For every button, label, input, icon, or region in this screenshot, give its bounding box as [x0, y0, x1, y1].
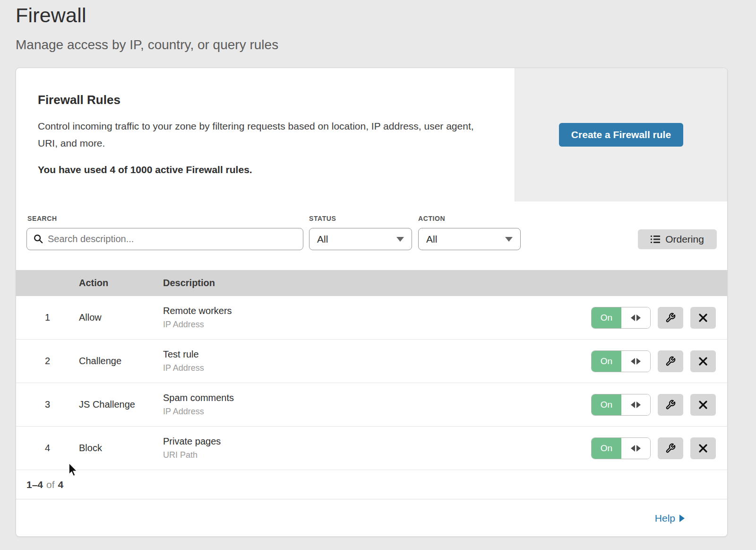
edit-rule-button[interactable]	[658, 307, 683, 329]
ordering-button-label: Ordering	[665, 234, 704, 245]
toggle-on-label: On	[592, 307, 621, 328]
create-rule-panel: Create a Firewall rule	[515, 68, 727, 201]
card-intro-section: Firewall Rules Control incoming traffic …	[16, 68, 727, 201]
delete-rule-button[interactable]	[690, 350, 716, 372]
pagination-total: 4	[58, 479, 64, 490]
wrench-icon	[665, 443, 676, 454]
arrow-right-icon	[636, 314, 641, 321]
ordered-list-icon	[651, 235, 660, 244]
pagination-range: 1–4	[26, 479, 43, 490]
toggle-on-label: On	[592, 394, 621, 415]
status-selected-value: All	[317, 234, 328, 245]
page-header: Firewall Manage access by IP, country, o…	[16, 4, 278, 52]
rule-description-cell: Spam comments IP Address	[163, 393, 591, 417]
toggle-handle[interactable]	[621, 394, 650, 415]
rule-priority: 3	[16, 399, 79, 410]
close-icon	[698, 444, 708, 453]
edit-rule-button[interactable]	[658, 394, 683, 416]
page-subtitle: Manage access by IP, country, or query r…	[16, 37, 278, 52]
rule-controls: On	[591, 394, 727, 416]
wrench-icon	[665, 400, 676, 410]
edit-rule-button[interactable]	[658, 350, 683, 372]
rule-enabled-toggle[interactable]: On	[591, 307, 651, 329]
arrow-left-icon	[631, 445, 635, 452]
search-field-wrap	[26, 228, 303, 250]
delete-rule-button[interactable]	[690, 394, 716, 416]
column-header-description: Description	[163, 278, 727, 288]
help-link[interactable]: Help	[655, 513, 685, 524]
arrow-right-icon	[636, 358, 641, 365]
card-description: Control incoming traffic to your zone by…	[38, 118, 484, 152]
action-selected-value: All	[426, 234, 437, 245]
rule-match-type: IP Address	[163, 363, 591, 373]
firewall-rules-card: Firewall Rules Control incoming traffic …	[16, 68, 728, 537]
intro-text-block: Firewall Rules Control incoming traffic …	[16, 68, 515, 201]
wrench-icon	[665, 313, 676, 323]
status-label: STATUS	[309, 215, 336, 222]
delete-rule-button[interactable]	[690, 437, 716, 459]
help-link-label: Help	[655, 513, 675, 524]
rule-controls: On	[591, 350, 727, 372]
filters-bar: SEARCH STATUS All ACTION All Ordering	[16, 201, 727, 270]
status-select[interactable]: All	[309, 228, 412, 250]
rule-action: JS Challenge	[79, 399, 163, 410]
rule-action: Block	[79, 443, 163, 454]
column-header-action: Action	[79, 278, 163, 288]
arrow-right-icon	[636, 402, 641, 408]
create-firewall-rule-button[interactable]: Create a Firewall rule	[559, 123, 683, 147]
table-row: 2 Challenge Test rule IP Address On	[16, 340, 727, 383]
toggle-handle[interactable]	[621, 438, 650, 459]
toggle-handle[interactable]	[621, 307, 650, 328]
chevron-down-icon	[505, 237, 513, 242]
rule-controls: On	[591, 307, 727, 329]
rule-description: Test rule	[163, 349, 591, 360]
pagination-of: of	[46, 479, 55, 490]
table-row: 4 Block Private pages URI Path On	[16, 427, 727, 470]
table-header: Action Description	[16, 270, 727, 296]
search-input[interactable]	[26, 228, 303, 250]
rule-controls: On	[591, 437, 727, 459]
rule-description: Remote workers	[163, 306, 591, 316]
action-label: ACTION	[418, 215, 445, 222]
rule-match-type: IP Address	[163, 320, 591, 330]
delete-rule-button[interactable]	[690, 307, 716, 329]
action-select[interactable]: All	[418, 228, 521, 250]
arrow-right-icon	[636, 445, 641, 452]
table-row: 1 Allow Remote workers IP Address On	[16, 296, 727, 340]
arrow-right-icon	[679, 515, 685, 522]
page-title: Firewall	[16, 4, 278, 27]
table-row: 3 JS Challenge Spam comments IP Address …	[16, 383, 727, 427]
rule-action: Challenge	[79, 356, 163, 367]
pagination-bar: 1–4 of 4	[16, 470, 727, 499]
rule-match-type: IP Address	[163, 407, 591, 417]
rule-enabled-toggle[interactable]: On	[591, 394, 651, 416]
rule-description-cell: Test rule IP Address	[163, 349, 591, 373]
toggle-handle[interactable]	[621, 351, 650, 372]
rule-action: Allow	[79, 312, 163, 323]
edit-rule-button[interactable]	[658, 437, 683, 459]
arrow-left-icon	[631, 358, 635, 365]
rule-match-type: URI Path	[163, 450, 591, 460]
close-icon	[698, 313, 708, 323]
ordering-button[interactable]: Ordering	[638, 229, 717, 249]
rule-priority: 1	[16, 312, 79, 323]
toggle-on-label: On	[592, 438, 621, 459]
rule-description-cell: Remote workers IP Address	[163, 306, 591, 330]
arrow-left-icon	[631, 402, 635, 408]
rule-description: Spam comments	[163, 393, 591, 403]
chevron-down-icon	[396, 237, 404, 242]
rule-priority: 4	[16, 443, 79, 454]
card-footer: Help	[16, 499, 727, 537]
wrench-icon	[665, 356, 676, 367]
card-heading: Firewall Rules	[38, 93, 496, 107]
arrow-left-icon	[631, 314, 635, 321]
search-label: SEARCH	[27, 215, 57, 222]
toggle-on-label: On	[592, 351, 621, 372]
rules-usage-text: You have used 4 of 1000 active Firewall …	[38, 164, 496, 175]
rule-enabled-toggle[interactable]: On	[591, 350, 651, 372]
rule-description-cell: Private pages URI Path	[163, 436, 591, 460]
close-icon	[698, 400, 708, 410]
close-icon	[698, 357, 708, 366]
rule-description: Private pages	[163, 436, 591, 447]
rule-enabled-toggle[interactable]: On	[591, 437, 651, 459]
